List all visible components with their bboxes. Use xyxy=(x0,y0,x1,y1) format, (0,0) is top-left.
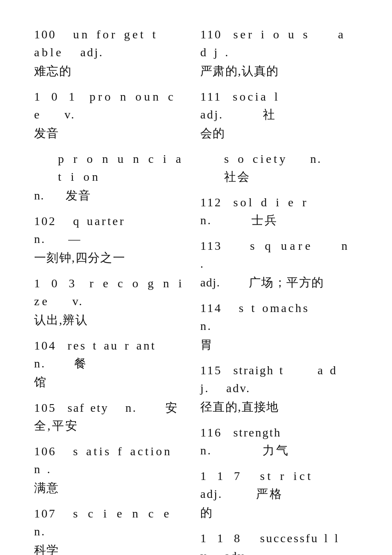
entry-pos: n. xyxy=(34,357,46,370)
entry-word: s t omachs xyxy=(239,301,310,315)
entry-pos: adj. xyxy=(200,108,224,121)
entry-115: 115 straigh t a d j. adv. 径直的,直接地 xyxy=(200,361,358,416)
entry-number: 1 1 8 xyxy=(200,532,243,545)
entry-number: 106 xyxy=(34,445,56,458)
entry-meaning: 严肃的,认真的 xyxy=(200,64,279,78)
entry-word: res t au r ant xyxy=(67,339,156,352)
entry-number: 114 xyxy=(200,301,222,315)
entry-pos: n. xyxy=(200,444,212,457)
entry-number: 107 xyxy=(34,507,56,520)
entry-110: 110 ser i o u s a d j . 严肃的,认真的 xyxy=(200,26,358,80)
entry-meaning-inline: 严格 xyxy=(256,487,283,500)
entry-meaning: 径直的,直接地 xyxy=(200,400,279,413)
entry-word: socia l xyxy=(233,90,280,103)
entry-106: 106 s atis f action n . 满意 xyxy=(34,442,192,497)
entry-word: straigh t xyxy=(233,364,284,377)
entry-pos-2: adv. xyxy=(226,382,251,395)
entry-100: 100 un for get t able adj. 难忘的 xyxy=(34,26,192,80)
entry-117: 1 1 7 st r ict adj. 严格 的 xyxy=(200,467,358,522)
entry-meaning: 科学 xyxy=(34,543,59,555)
entry-word: st r ict xyxy=(260,469,313,483)
entry-pos: v. xyxy=(64,108,75,121)
right-column: 110 ser i o u s a d j . 严肃的,认真的 111 soci… xyxy=(200,26,358,555)
entry-number: 1 0 3 xyxy=(34,277,78,290)
vocabulary-list: 100 un for get t able adj. 难忘的 1 0 1 pro… xyxy=(34,26,358,555)
entry-103: 1 0 3 r e c o g n i ze v. 认出,辨认 xyxy=(34,275,192,329)
entry-word: sol d i e r xyxy=(233,196,308,209)
entry-number: 111 xyxy=(200,90,222,103)
entry-word: q uarter xyxy=(73,214,126,228)
entry-word: s o ciety xyxy=(224,152,288,165)
entry-word: s atis f action xyxy=(73,445,173,458)
entry-111: 111 socia l adj. 社 会的 xyxy=(200,88,358,142)
left-column: 100 un for get t able adj. 难忘的 1 0 1 pro… xyxy=(34,26,192,555)
entry-pos: n . xyxy=(34,462,52,476)
entry-number: 1 0 1 xyxy=(34,90,78,103)
entry-meaning: 认出,辨认 xyxy=(34,313,88,327)
entry-meaning: 一刻钟,四分之一 xyxy=(34,251,125,264)
entry-105: 105 saf ety n. 安全,平安 xyxy=(34,399,192,435)
entry-meaning: 发音 xyxy=(34,127,59,140)
entry-pos: v. xyxy=(72,295,84,308)
entry-meaning: 馆 xyxy=(34,376,46,389)
entry-118: 1 1 8 successfu l l y adv. 成功地 xyxy=(200,529,358,555)
entry-meaning: 会的 xyxy=(200,127,225,140)
entry-number: 102 xyxy=(34,214,56,228)
entry-pos: adj. xyxy=(81,46,104,59)
entry-meaning-inline: 餐 xyxy=(74,357,87,370)
entry-pos: n. xyxy=(310,152,322,165)
entry-number: 112 xyxy=(200,196,222,209)
entry-113: 113 s q uare n . adj. 广场；平方的 xyxy=(200,237,358,292)
entry-pos: n. xyxy=(34,525,46,538)
entry-number: 110 xyxy=(200,28,222,41)
entry-pos: n. xyxy=(200,319,212,332)
entry-107: 107 s c i e n c e n. 科学 xyxy=(34,505,192,555)
entry-word: s c i e n c e xyxy=(73,507,172,520)
entry-word: saf ety xyxy=(67,401,108,414)
entry-meaning: 广场；平方的 xyxy=(249,276,324,289)
entry-meaning: 胃 xyxy=(200,338,213,351)
entry-society: s o ciety n. 社会 xyxy=(200,150,358,186)
entry-meaning-inline: 社 xyxy=(263,108,276,121)
entry-meaning: 发音 xyxy=(66,189,91,202)
entry-pos: adj. xyxy=(200,487,222,500)
entry-meaning: 力气 xyxy=(262,444,289,457)
entry-pos-2: adj. xyxy=(200,276,220,289)
entry-meaning: 的 xyxy=(200,506,213,519)
entry-114: 114 s t omachs n. 胃 xyxy=(200,299,358,354)
entry-number: 100 xyxy=(34,28,56,41)
entry-101: 1 0 1 pro n oun c e v. 发音 xyxy=(34,88,192,142)
entry-112: 112 sol d i e r n. 士兵 xyxy=(200,194,358,229)
entry-number: 113 xyxy=(200,239,222,252)
entry-116: 116 strength n. 力气 xyxy=(200,424,358,460)
entry-pos: adv. xyxy=(225,549,248,555)
entry-meaning: 士兵 xyxy=(251,214,278,227)
entry-pos: n. xyxy=(125,401,137,414)
entry-pos-inline: n. xyxy=(34,189,44,202)
entry-number: 115 xyxy=(200,364,222,377)
entry-word: s q uare xyxy=(250,239,314,252)
entry-meaning: 难忘的 xyxy=(34,64,72,78)
entry-pos: n. xyxy=(200,214,212,227)
entry-word: strength xyxy=(233,426,281,439)
entry-number: 116 xyxy=(200,426,222,439)
entry-number: 1 1 7 xyxy=(200,469,243,483)
entry-meaning: 满意 xyxy=(34,481,59,494)
entry-pos: n. xyxy=(34,232,46,246)
entry-pronunciation: p r o n u n c i a t i on n. 发音 xyxy=(34,150,192,205)
entry-104: 104 res t au r ant n. 餐 馆 xyxy=(34,337,192,391)
entry-meaning: 社会 xyxy=(224,170,251,183)
entry-102: 102 q uarter n. — 一刻钟,四分之一 xyxy=(34,212,192,267)
entry-word: p r o n u n c i a t i on xyxy=(58,152,184,183)
entry-number: 105 xyxy=(34,401,56,414)
entry-word: ser i o u s xyxy=(233,28,310,41)
entry-number: 104 xyxy=(34,339,56,352)
